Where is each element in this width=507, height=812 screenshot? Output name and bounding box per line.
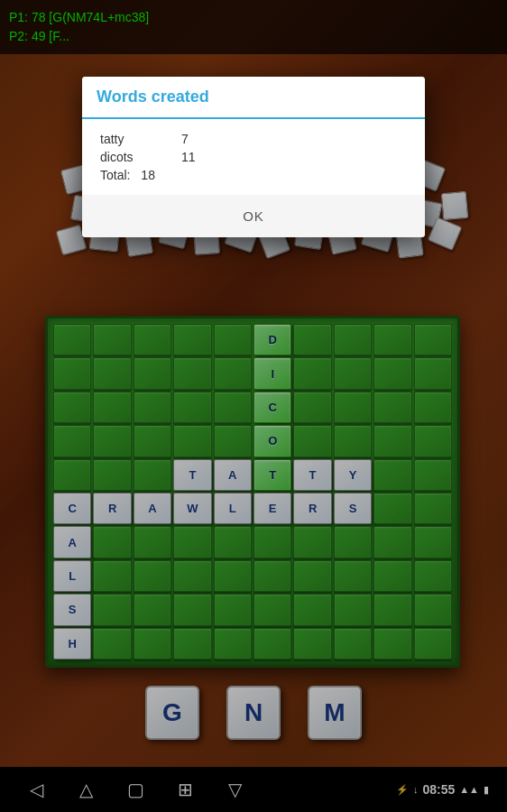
dialog-overlay: Words created tatty 7 dicots 11 Total: 1…	[0, 0, 507, 812]
dialog-title-bar: Words created	[82, 77, 425, 119]
total-label: Total:	[100, 168, 130, 182]
dialog-title: Words created	[97, 88, 209, 106]
total-row: Total: 18	[100, 168, 407, 182]
word1-name: tatty	[100, 132, 163, 146]
total-score: 18	[141, 168, 155, 182]
words-created-dialog: Words created tatty 7 dicots 11 Total: 1…	[82, 77, 425, 237]
ok-button[interactable]: OK	[225, 204, 282, 228]
word-row-tatty: tatty 7	[100, 132, 407, 146]
word1-score: 7	[181, 132, 189, 146]
dialog-content: tatty 7 dicots 11 Total: 18	[82, 119, 425, 195]
word-row-dicots: dicots 11	[100, 150, 407, 164]
word2-name: dicots	[100, 150, 163, 164]
dialog-actions: OK	[82, 195, 425, 237]
word2-score: 11	[181, 150, 196, 164]
